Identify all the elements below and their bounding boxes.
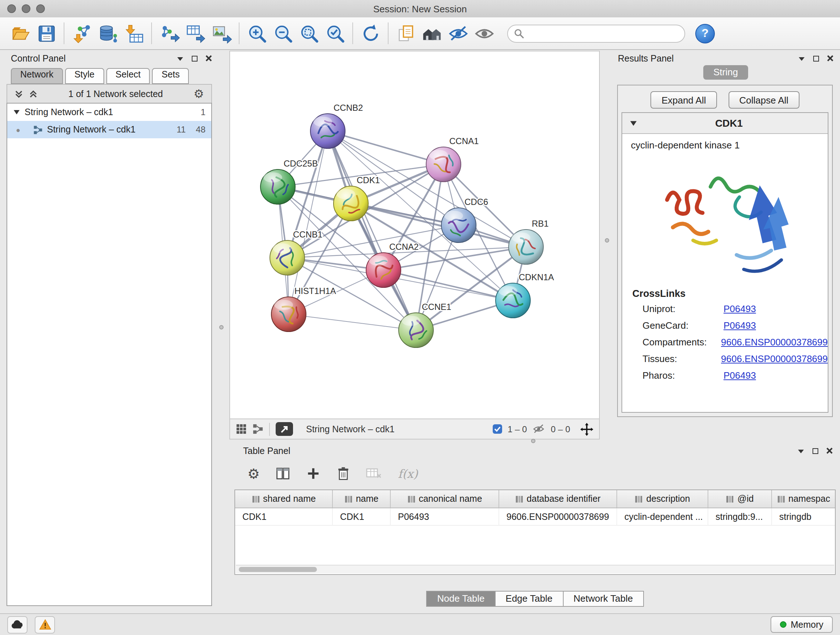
zoom-window-button[interactable] [36, 4, 45, 13]
tab-sets[interactable]: Sets [152, 68, 189, 84]
right-splitter-handle[interactable] [605, 238, 609, 242]
share-network-icon[interactable] [253, 424, 264, 434]
selected-checkbox-icon[interactable] [493, 424, 502, 434]
warnings-button[interactable] [35, 616, 55, 633]
collapse-all-button[interactable]: Collapse All [729, 91, 799, 109]
panel-collapse-icon[interactable] [177, 54, 184, 64]
zoom-fit-button[interactable] [296, 20, 322, 46]
expand-all-networks-icon[interactable] [14, 90, 23, 98]
import-network-file-button[interactable] [69, 20, 95, 46]
column-header-description[interactable]: description [617, 490, 708, 508]
hide-details-button[interactable] [445, 20, 471, 46]
tab-edge-table[interactable]: Edge Table [496, 591, 564, 607]
network-node-cdk1[interactable] [333, 186, 368, 221]
panel-close-icon[interactable] [827, 54, 834, 64]
tab-network[interactable]: Network [11, 68, 63, 84]
crosslink-compartments-link[interactable]: 9606.ENSP00000378699 [721, 337, 828, 348]
zoom-out-button[interactable] [270, 20, 296, 46]
cell-namespace[interactable]: stringdb [772, 508, 835, 525]
delete-column-trash-icon[interactable] [336, 466, 350, 481]
crosslink-tissues-link[interactable]: 9606.ENSP00000378699 [721, 353, 828, 364]
zoom-in-button[interactable] [244, 20, 270, 46]
network-node-cdkn1a[interactable] [496, 283, 531, 318]
network-node-ccnb1[interactable] [270, 241, 305, 275]
show-columns-icon[interactable] [276, 466, 290, 481]
show-details-button[interactable] [471, 20, 497, 46]
section-collapse-icon[interactable] [630, 117, 638, 130]
refresh-layout-button[interactable] [357, 20, 384, 46]
collapse-all-networks-icon[interactable] [29, 90, 38, 98]
tab-network-table[interactable]: Network Table [563, 591, 644, 607]
cell-canonical-name[interactable]: P06493 [391, 508, 499, 525]
network-edge[interactable] [328, 131, 444, 165]
zoom-selected-button[interactable] [322, 20, 348, 46]
import-network-database-button[interactable] [95, 20, 121, 46]
horizontal-scrollbar[interactable] [236, 565, 834, 573]
network-node-rb1[interactable] [508, 230, 543, 264]
export-image-button[interactable] [208, 20, 234, 46]
panel-collapse-icon[interactable] [797, 446, 805, 456]
network-node-ccne1[interactable] [399, 313, 433, 348]
help-button[interactable]: ? [695, 24, 715, 43]
panel-collapse-icon[interactable] [798, 54, 805, 64]
expand-all-button[interactable]: Expand All [651, 91, 717, 109]
scrollbar-thumb[interactable] [239, 567, 317, 572]
column-header-shared-name[interactable]: shared name [235, 490, 333, 508]
copy-documents-button[interactable] [393, 20, 419, 46]
panel-close-icon[interactable] [205, 54, 212, 64]
network-node-ccna1[interactable] [426, 147, 461, 182]
search-input[interactable] [528, 27, 679, 39]
network-edge[interactable] [384, 270, 513, 301]
panel-float-icon[interactable] [813, 56, 819, 62]
memory-button[interactable]: Memory [771, 616, 833, 633]
tab-node-table[interactable]: Node Table [426, 591, 495, 607]
gene-card-header[interactable]: CDK1 [622, 113, 828, 134]
crosslink-uniprot-link[interactable]: P06493 [723, 303, 756, 314]
network-node-hist1h1a[interactable] [271, 297, 306, 332]
column-header-namespace[interactable]: namespac [772, 490, 835, 508]
cell-name[interactable]: CDK1 [333, 508, 391, 525]
column-header-canonical-name[interactable]: canonical name [391, 490, 499, 508]
cell-description[interactable]: cyclin-dependent ... [617, 508, 708, 525]
import-table-button[interactable] [121, 20, 147, 46]
network-canvas[interactable]: CCNB2CCNA1CDC25BCDK1CDC6RB1CCNB1CCNA2CDK… [230, 51, 599, 419]
network-node-ccna2[interactable] [366, 253, 401, 287]
left-splitter-handle[interactable] [219, 325, 224, 329]
column-header-name[interactable]: name [333, 490, 391, 508]
column-header-id[interactable]: @id [708, 490, 772, 508]
network-node-ccnb2[interactable] [310, 114, 345, 149]
cell-id[interactable]: stringdb:9... [708, 508, 772, 525]
table-row[interactable]: CDK1 CDK1 P06493 9606.ENSP00000378699 cy… [235, 508, 835, 526]
birds-eye-view-icon[interactable] [236, 424, 247, 434]
column-header-database-identifier[interactable]: database identifier [499, 490, 617, 508]
export-network-button[interactable] [156, 20, 182, 46]
close-window-button[interactable] [7, 4, 16, 13]
tab-select[interactable]: Select [106, 68, 150, 84]
cell-shared-name[interactable]: CDK1 [235, 508, 333, 525]
panel-float-icon[interactable] [192, 56, 197, 62]
network-edge[interactable] [328, 131, 416, 330]
save-session-button[interactable] [33, 20, 59, 46]
bottom-splitter-handle[interactable] [531, 439, 535, 443]
tab-style[interactable]: Style [65, 68, 104, 84]
add-column-icon[interactable] [306, 466, 321, 481]
pan-move-icon[interactable] [580, 423, 593, 435]
results-tab-string[interactable]: String [703, 65, 748, 80]
cloud-button[interactable] [7, 616, 27, 633]
houses-button[interactable] [419, 20, 445, 46]
panel-float-icon[interactable] [813, 448, 818, 454]
network-node-cdc25b[interactable] [261, 169, 295, 204]
panel-close-icon[interactable] [826, 446, 833, 456]
hidden-eye-strike-icon[interactable] [533, 424, 545, 434]
network-edge[interactable] [289, 314, 416, 330]
open-in-new-window-button[interactable] [276, 422, 293, 436]
table-settings-gear-icon[interactable]: ⚙ [248, 467, 260, 480]
crosslink-pharos-link[interactable]: P06493 [723, 370, 756, 381]
tree-expand-icon[interactable] [13, 107, 20, 117]
cell-database-identifier[interactable]: 9606.ENSP00000378699 [499, 508, 617, 525]
network-row[interactable]: ● String Network – cdk1 11 48 [7, 121, 211, 138]
crosslink-genecard-link[interactable]: P06493 [723, 320, 756, 331]
minimize-window-button[interactable] [22, 4, 30, 13]
open-session-button[interactable] [7, 20, 33, 46]
network-options-gear-icon[interactable]: ⚙ [194, 88, 204, 100]
